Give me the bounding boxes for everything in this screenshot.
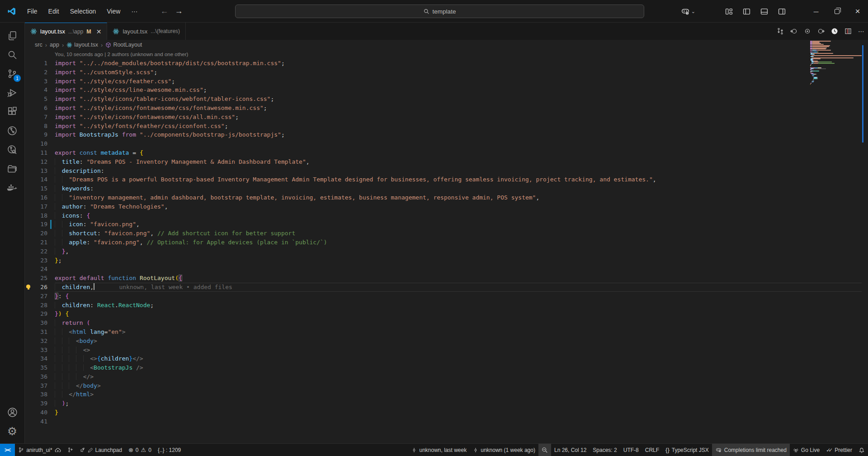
code-line[interactable]: 18 icons: {	[25, 211, 862, 220]
more-actions-icon[interactable]: ⋯	[858, 28, 864, 35]
code-line[interactable]: 39 );	[25, 399, 862, 408]
line-number[interactable]: 28	[33, 301, 47, 310]
code-line[interactable]: 11export const metadata = {	[25, 148, 862, 157]
line-number[interactable]: 21	[33, 238, 47, 247]
launchpad-item[interactable]: Launchpad	[76, 444, 125, 456]
menu-file[interactable]: File	[23, 6, 42, 17]
code-text[interactable]: import "../style/icons/fontawesome/css/f…	[55, 104, 862, 113]
code-line[interactable]: 26 children, unknown, last week • added …	[25, 283, 862, 292]
code-line[interactable]: 15 keywords:	[25, 184, 862, 193]
go-live-item[interactable]: Go Live	[790, 444, 823, 456]
code-line[interactable]: 41	[25, 417, 862, 426]
gitlens-status-icon[interactable]	[64, 444, 76, 456]
line-number[interactable]: 13	[33, 166, 47, 176]
code-text[interactable]: import "../style/fonts/feather/css/iconf…	[55, 122, 862, 131]
cursor-position-item[interactable]: Ln 26, Col 12	[551, 444, 590, 456]
line-number[interactable]: 8	[33, 122, 47, 131]
line-number[interactable]: 40	[33, 408, 47, 417]
line-number[interactable]: 6	[33, 104, 47, 113]
line-number[interactable]: 26	[33, 283, 47, 292]
code-text[interactable]: }) {	[55, 309, 862, 318]
code-line[interactable]: 37 </body>	[25, 381, 862, 390]
minimize-button[interactable]: ─	[806, 0, 826, 23]
toggle-panel-icon[interactable]	[760, 8, 768, 15]
code-editor[interactable]: You, 10 seconds ago | 2 authors (unknown…	[25, 50, 862, 443]
run-debug-icon[interactable]	[1, 83, 23, 102]
line-number[interactable]: 12	[33, 157, 47, 166]
code-text[interactable]: "Dreams POS is a powerful Bootstrap-base…	[55, 175, 862, 184]
code-text[interactable]: };	[55, 256, 862, 265]
menu-edit[interactable]: Edit	[44, 6, 64, 17]
line-number[interactable]: 1	[33, 59, 47, 68]
code-text[interactable]: </body>	[55, 381, 862, 390]
problems-item[interactable]: ⊗ 0 ⚠ 0	[125, 444, 155, 456]
code-text[interactable]: title: "Dreams POS - Inventory Managemen…	[55, 157, 862, 166]
line-number[interactable]: 3	[33, 77, 47, 86]
formatter-item[interactable]: ✓✓ Prettier	[823, 444, 855, 456]
code-line[interactable]: 5import "../style/icons/tabler-icons/web…	[25, 95, 862, 104]
copilot-status-item[interactable]: Completions limit reached	[712, 444, 790, 456]
code-line[interactable]: 23};	[25, 256, 862, 265]
code-text[interactable]: import "../style/css/line-awesome.min.cs…	[55, 86, 862, 95]
blame-status-item[interactable]: unknown, last week	[408, 444, 470, 456]
settings-gear-icon[interactable]: ⚙	[1, 422, 23, 441]
code-text[interactable]: import "../../node_modules/bootstrap/dis…	[55, 59, 862, 68]
code-line[interactable]: 6import "../style/icons/fontawesome/css/…	[25, 104, 862, 113]
code-text[interactable]: keywords:	[55, 184, 862, 193]
git-branch-item[interactable]: aniruth_ui*	[15, 444, 64, 456]
code-line[interactable]: 8import "../style/fonts/feather/css/icon…	[25, 122, 862, 131]
copilot-menu[interactable]: ⌄	[680, 6, 695, 16]
code-text[interactable]: </html>	[55, 390, 862, 399]
line-number[interactable]: 18	[33, 211, 47, 220]
line-number[interactable]: 39	[33, 399, 47, 408]
code-line[interactable]: 13 description:	[25, 166, 862, 176]
code-line[interactable]: 32 <body>	[25, 337, 862, 346]
code-line[interactable]: 14 "Dreams POS is a powerful Bootstrap-b…	[25, 175, 862, 184]
code-line[interactable]: 2import "../customStyle.scss";	[25, 68, 862, 77]
gitlens-authors-codelens[interactable]: You, 10 seconds ago | 2 authors (unknown…	[25, 50, 862, 59]
line-number[interactable]: 16	[33, 193, 47, 202]
line-number[interactable]: 32	[33, 337, 47, 346]
command-center-search[interactable]: template	[235, 5, 644, 18]
code-text[interactable]	[55, 139, 862, 148]
code-text[interactable]: "inventory management, admin dashboard, …	[55, 193, 862, 202]
code-text[interactable]: <>{children}</>	[55, 354, 862, 363]
next-change-icon[interactable]	[817, 28, 825, 35]
code-text[interactable]: <>	[55, 346, 862, 355]
code-text[interactable]: import "../style/icons/tabler-icons/webf…	[55, 95, 862, 104]
nav-back-icon[interactable]: ←	[160, 6, 168, 16]
code-text[interactable]: children: React.ReactNode;	[55, 301, 862, 310]
code-text[interactable]: </>	[55, 372, 862, 381]
code-text[interactable]	[55, 417, 862, 426]
line-number[interactable]: 10	[33, 139, 47, 148]
line-number[interactable]: 7	[33, 113, 47, 122]
line-number[interactable]: 22	[33, 247, 47, 256]
breadcrumb-rootlayout[interactable]: RootLayout	[105, 42, 142, 48]
line-number[interactable]: 20	[33, 229, 47, 238]
docker-icon[interactable]	[1, 178, 23, 197]
open-changes-icon[interactable]	[777, 28, 784, 35]
commit-status-item[interactable]: unknown (1 week ago)	[470, 444, 538, 456]
code-text[interactable]: },	[55, 247, 862, 256]
customize-layout-icon[interactable]	[725, 8, 733, 15]
line-number[interactable]: 27	[33, 292, 47, 301]
code-line[interactable]: 31 <html lang="en">	[25, 328, 862, 337]
line-number[interactable]: 31	[33, 328, 47, 337]
code-text[interactable]: }	[55, 408, 862, 417]
code-line[interactable]: 12 title: "Dreams POS - Inventory Manage…	[25, 157, 862, 166]
current-change-icon[interactable]	[804, 28, 811, 35]
code-line[interactable]: 20 shortcut: "favicon.png", // Add short…	[25, 229, 862, 238]
tab-close-icon[interactable]: ✕	[96, 28, 102, 35]
line-number[interactable]: 4	[33, 86, 47, 95]
code-text[interactable]: );	[55, 399, 862, 408]
explorer-icon[interactable]	[1, 26, 23, 45]
nav-forward-icon[interactable]: →	[175, 6, 183, 16]
line-number[interactable]: 11	[33, 148, 47, 157]
line-number[interactable]: 34	[33, 354, 47, 363]
code-text[interactable]: import "../style/css/feather.css";	[55, 77, 862, 86]
zoom-out-item[interactable]	[538, 444, 551, 456]
code-text[interactable]: export default function RootLayout({	[55, 274, 862, 283]
code-text[interactable]: <body>	[55, 337, 862, 346]
code-text[interactable]: return (	[55, 318, 862, 328]
code-text[interactable]: import "../style/icons/fontawesome/css/a…	[55, 113, 862, 122]
